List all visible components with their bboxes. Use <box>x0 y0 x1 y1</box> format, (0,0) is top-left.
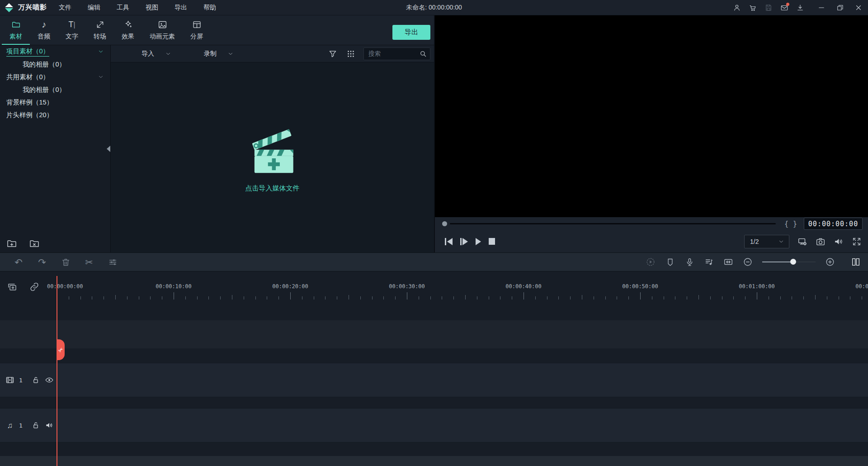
tab-label: 音频 <box>38 33 50 41</box>
record-chevron-icon[interactable] <box>227 51 234 57</box>
snapshot-camera-icon[interactable] <box>816 237 826 247</box>
ribbon-tab[interactable]: T| 文字 <box>58 15 86 45</box>
audio-track[interactable]: ♫ 1 <box>0 408 868 442</box>
close-icon[interactable] <box>854 4 863 12</box>
video-track[interactable]: 1 <box>0 363 868 397</box>
search-box <box>363 48 430 60</box>
app-logo-icon <box>5 3 14 12</box>
messages-icon[interactable] <box>780 4 788 12</box>
mark-out-icon[interactable]: } <box>791 220 799 228</box>
chevron-down-icon[interactable] <box>98 74 104 80</box>
seek-track[interactable] <box>450 223 776 224</box>
sidebar-item[interactable]: 背景样例（15） <box>0 96 110 109</box>
ribbon-tab[interactable]: 素材 <box>2 15 30 45</box>
collapse-panel-icon[interactable] <box>107 146 110 152</box>
playback-quality-select[interactable]: 1/2 <box>744 235 789 248</box>
render-preview-icon[interactable] <box>646 257 656 267</box>
playhead-line[interactable] <box>57 276 57 466</box>
sidebar-item-label: 片头样例（20） <box>6 111 53 119</box>
tab-label: 分屏 <box>190 33 203 41</box>
media-panel: 导入 录制 <box>111 45 434 253</box>
timeline-ruler[interactable]: 00:00:00:0000:00:10:0000:00:20:0000:00:3… <box>46 277 868 300</box>
ribbon-tab[interactable]: ♪ 音频 <box>30 15 58 45</box>
split-scissors-icon[interactable]: ✂ <box>84 257 94 267</box>
ribbon-tab[interactable]: 分屏 <box>183 15 211 45</box>
volume-icon[interactable] <box>834 237 844 247</box>
next-frame-button[interactable] <box>460 238 468 245</box>
ribbon-tab[interactable]: 动画元素 <box>142 15 183 45</box>
menu-item[interactable]: 工具 <box>117 4 129 12</box>
menu-item[interactable]: 编辑 <box>88 4 100 12</box>
mark-in-icon[interactable]: { <box>782 220 791 228</box>
audio-track-icon: ♫ <box>5 421 14 430</box>
preview-timecode[interactable]: 00:00:00:00 <box>804 218 863 230</box>
preview-panel: { } 00:00:00:00 1/2 <box>434 15 868 252</box>
save-icon[interactable] <box>764 4 773 12</box>
sidebar-item-label: 共用素材（0） <box>6 73 49 81</box>
fit-timeline-icon[interactable] <box>723 257 733 267</box>
chevron-down-icon[interactable] <box>98 48 104 55</box>
tab-icon <box>11 19 21 29</box>
app-name: 万兴喵影 <box>18 3 47 12</box>
dual-panel-icon[interactable] <box>851 257 861 267</box>
sidebar-item-label: 项目素材（0） <box>6 47 49 57</box>
record-button[interactable]: 录制 <box>204 50 217 58</box>
mute-speaker-icon[interactable] <box>45 421 54 430</box>
lock-open-icon[interactable] <box>31 421 40 430</box>
sidebar-item[interactable]: 我的相册（0） <box>0 83 110 96</box>
sidebar-item[interactable]: 我的相册（0） <box>0 58 110 71</box>
playhead-handle[interactable]: ✂ <box>57 339 65 360</box>
cart-icon[interactable] <box>749 4 757 12</box>
sidebar-item[interactable]: 共用素材（0） <box>0 71 110 83</box>
timeline-empty-band[interactable] <box>0 320 868 348</box>
undo-icon[interactable]: ↶ <box>14 257 24 267</box>
zoom-slider-handle[interactable] <box>790 259 796 265</box>
grid-view-icon[interactable] <box>346 49 355 58</box>
display-settings-icon[interactable] <box>797 237 807 247</box>
add-folder-icon[interactable] <box>6 238 17 249</box>
ribbon-tab[interactable]: 效果 <box>114 15 142 45</box>
menu-item[interactable]: 视图 <box>146 4 158 12</box>
filter-icon[interactable] <box>328 49 337 58</box>
restore-icon[interactable] <box>836 4 844 12</box>
stop-button[interactable] <box>489 238 495 245</box>
import-media-dropzone[interactable]: 点击导入媒体文件 <box>111 62 434 253</box>
zoom-in-icon[interactable] <box>825 257 835 267</box>
tab-label: 文字 <box>66 33 78 41</box>
export-button[interactable]: 导出 <box>392 25 430 40</box>
import-chevron-icon[interactable] <box>165 51 171 57</box>
lock-open-icon[interactable] <box>31 376 40 385</box>
sidebar-item[interactable]: 片头样例（20） <box>0 109 110 121</box>
search-input[interactable] <box>368 50 419 57</box>
eye-icon[interactable] <box>45 376 54 385</box>
seek-handle[interactable] <box>442 221 447 226</box>
sidebar-item[interactable]: 项目素材（0） <box>0 45 110 58</box>
ribbon-tab[interactable]: 转场 <box>86 15 114 45</box>
fullscreen-icon[interactable] <box>852 237 862 247</box>
search-icon[interactable] <box>419 50 427 58</box>
redo-icon[interactable]: ↷ <box>37 257 47 267</box>
marker-icon[interactable] <box>665 257 675 267</box>
menu-item[interactable]: 导出 <box>175 4 187 12</box>
add-track-icon[interactable] <box>6 281 17 292</box>
voiceover-mic-icon[interactable] <box>684 257 694 267</box>
tab-icon: ♪ <box>42 19 46 29</box>
adjust-icon[interactable] <box>108 257 118 267</box>
import-button[interactable]: 导入 <box>142 50 154 58</box>
timeline-scrollbar-area[interactable] <box>0 456 868 466</box>
delete-icon[interactable] <box>61 257 71 267</box>
tab-bar: 素材 ♪ 音频 T| 文字 转场 效果 动画 <box>0 15 434 45</box>
download-icon[interactable] <box>796 4 804 12</box>
zoom-out-icon[interactable] <box>743 257 753 267</box>
minimize-icon[interactable] <box>817 4 826 12</box>
link-clips-icon[interactable] <box>29 281 40 292</box>
audio-mixer-icon[interactable] <box>704 257 714 267</box>
delete-folder-icon[interactable] <box>29 238 40 249</box>
play-button[interactable] <box>476 238 481 245</box>
previous-frame-button[interactable] <box>445 238 453 245</box>
account-icon[interactable] <box>733 4 741 12</box>
menu-item[interactable]: 帮助 <box>203 4 216 12</box>
sidebar-tree: 项目素材（0） 我的相册（0） 共用素材（0） 我的相册（0） 背景样例（15） <box>0 45 110 121</box>
timeline-zoom-slider[interactable] <box>762 259 816 265</box>
menu-item[interactable]: 文件 <box>59 4 71 12</box>
